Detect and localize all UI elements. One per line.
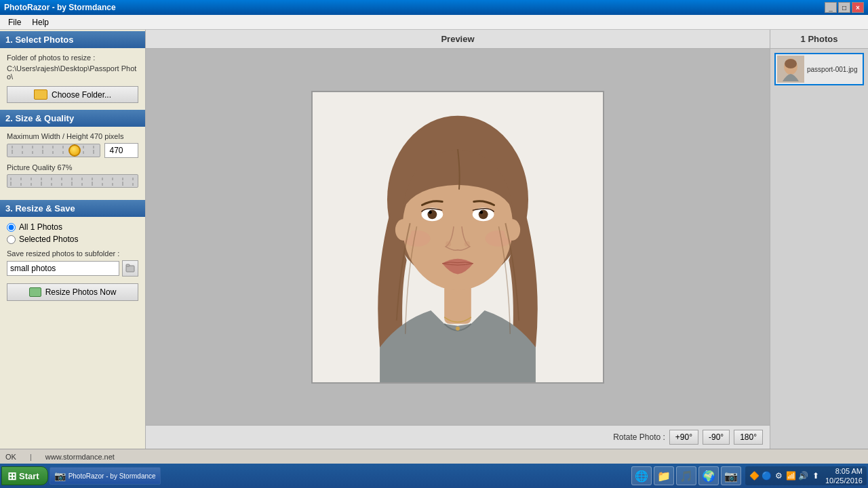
rotate-label: Rotate Photo : (613, 432, 665, 442)
clock-date: 10/25/2016 (825, 476, 863, 485)
thumbnail-area: passport-001.jpg (770, 49, 868, 449)
section-resize-save-header: 3. Resize & Save (0, 200, 145, 217)
rotate-minus90-label: -90° (709, 432, 724, 442)
taskbar-ie-icon[interactable]: 🌐 (631, 466, 652, 485)
resize-photos-button[interactable]: Resize Photos Now (7, 283, 138, 301)
windows-logo-icon: ⊞ (7, 470, 16, 483)
title-bar: PhotoRazor - by Stormdance _ □ × (0, 0, 868, 15)
quality-label: Picture Quality 67% (7, 163, 138, 171)
width-height-label: Maximum Width / Height 470 pixels (7, 132, 138, 140)
svg-point-67 (785, 59, 797, 68)
preview-area: Preview (146, 30, 770, 449)
thumbnail-label: passport-001.jpg (807, 66, 858, 73)
taskbar: ⊞ Start 📷 PhotoRazor - by Stormdance 🌐 📁… (0, 464, 868, 488)
section-size-quality-content: Maximum Width / Height 470 pixels (0, 127, 145, 199)
rotate-minus90-button[interactable]: -90° (703, 430, 730, 445)
taskbar-media-icon[interactable]: 🎵 (676, 466, 696, 485)
svg-point-64 (456, 326, 460, 330)
preview-header: Preview (146, 30, 770, 49)
system-tray: 🔶 🔵 ⚙ 📶 🔊 ⬆ 8:05 AM 10/25/2016 (745, 466, 867, 485)
section-select-photos-content: Folder of photos to resize : C:\Users\ra… (0, 48, 145, 108)
section-select-photos-header: 1. Select Photos (0, 31, 145, 48)
subfolder-input[interactable] (7, 261, 119, 276)
section-resize-save-content: All 1 Photos Selected Photos Save resize… (0, 217, 145, 306)
choose-folder-button[interactable]: Choose Folder... (7, 86, 138, 103)
resize-btn-label: Resize Photos Now (45, 287, 117, 297)
taskbar-camera-icon[interactable]: 📷 (721, 466, 741, 485)
tray-icon-3[interactable]: ⚙ (774, 470, 785, 481)
rotate-180-button[interactable]: 180° (734, 430, 763, 445)
taskbar-folder-icon[interactable]: 📁 (654, 466, 674, 485)
svg-point-58 (446, 241, 451, 246)
svg-point-56 (427, 209, 429, 211)
svg-point-59 (465, 241, 470, 246)
window-controls: _ □ × (825, 2, 864, 13)
browse-subfolder-button[interactable] (122, 260, 138, 277)
folder-label: Folder of photos to resize : (7, 54, 138, 62)
tray-icon-6[interactable]: ⬆ (810, 470, 821, 481)
status-url: www.stormdance.net (45, 453, 115, 461)
width-slider-track[interactable] (7, 144, 100, 157)
start-label: Start (19, 471, 39, 481)
menu-help[interactable]: Help (26, 16, 54, 28)
preview-footer: Rotate Photo : +90° -90° 180° (146, 425, 770, 449)
clock-time: 8:05 AM (825, 466, 863, 476)
maximize-button[interactable]: □ (838, 2, 850, 13)
main-container: 1. Select Photos Folder of photos to res… (0, 30, 868, 449)
rotate-plus90-label: +90° (675, 432, 692, 442)
choose-folder-label: Choose Folder... (52, 90, 111, 100)
width-slider-thumb[interactable] (68, 144, 81, 157)
tray-icon-1[interactable]: 🔶 (749, 470, 760, 481)
photos-count: 1 Photos (770, 30, 868, 49)
taskbar-chrome-icon[interactable]: 🌍 (698, 466, 719, 485)
svg-point-57 (478, 209, 480, 211)
preview-content (146, 49, 770, 425)
status-ok: OK (5, 453, 16, 461)
rotate-plus90-button[interactable]: +90° (669, 430, 698, 445)
radio-selected-photos[interactable]: Selected Photos (7, 235, 138, 244)
tray-icon-4[interactable]: 📶 (786, 470, 797, 481)
close-button[interactable]: × (852, 2, 864, 13)
photo-svg (313, 91, 603, 384)
svg-rect-45 (126, 264, 130, 266)
subfolder-container (7, 260, 138, 277)
section-size-quality-header: 2. Size & Quality (0, 110, 145, 127)
menu-bar: File Help (0, 15, 868, 30)
window-title: PhotoRazor - by Stormdance (4, 3, 116, 12)
folder-path: C:\Users\rajesh\Desktop\Passport Photo\ (7, 64, 138, 81)
quality-slider-track[interactable] (7, 174, 138, 188)
radio-all-photos-input[interactable] (7, 223, 16, 232)
radio-all-photos-label: All 1 Photos (19, 222, 62, 232)
menu-file[interactable]: File (3, 16, 26, 28)
minimize-button[interactable]: _ (825, 2, 837, 13)
preview-title: Preview (441, 34, 474, 44)
app-icon: 📷 (54, 470, 66, 481)
width-value-input[interactable] (104, 143, 138, 158)
passport-photo-preview (311, 91, 604, 384)
status-bar: OK | www.stormdance.net (0, 449, 868, 464)
system-clock[interactable]: 8:05 AM 10/25/2016 (825, 466, 863, 486)
tray-icon-5[interactable]: 🔊 (798, 470, 809, 481)
radio-selected-photos-label: Selected Photos (19, 235, 78, 244)
quality-slider-container (7, 174, 138, 188)
folder-icon (34, 89, 47, 100)
rotate-180-label: 180° (740, 432, 757, 442)
active-app-label: PhotoRazor - by Stormdance (68, 472, 156, 480)
tray-icon-2[interactable]: 🔵 (762, 470, 772, 481)
radio-selected-photos-input[interactable] (7, 235, 16, 244)
radio-group-photos: All 1 Photos Selected Photos (7, 222, 138, 244)
right-panel: 1 Photos passport-001.jpg (770, 30, 868, 449)
start-button[interactable]: ⊞ Start (1, 466, 48, 485)
left-panel: 1. Select Photos Folder of photos to res… (0, 30, 146, 449)
taskbar-active-app[interactable]: 📷 PhotoRazor - by Stormdance (50, 467, 161, 485)
browse-icon (125, 264, 135, 273)
width-slider-container (7, 143, 138, 158)
resize-icon (29, 287, 41, 297)
thumbnail-image (777, 56, 804, 83)
save-subfolder-label: Save resized photos to subfolder : (7, 249, 138, 258)
thumbnail-item[interactable]: passport-001.jpg (774, 53, 864, 85)
radio-all-photos[interactable]: All 1 Photos (7, 222, 138, 232)
